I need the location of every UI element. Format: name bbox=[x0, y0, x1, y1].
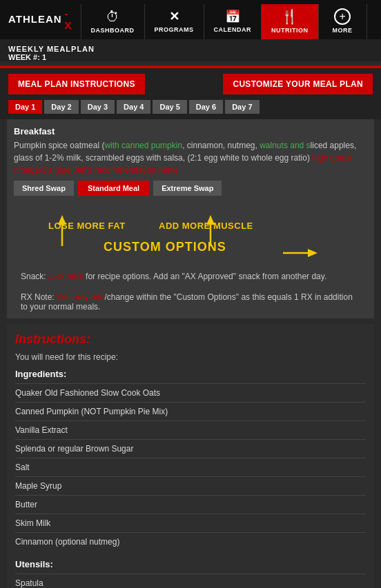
brand-name: ATHLEAN bbox=[8, 13, 62, 25]
annotation-custom-options: CUSTOM OPTIONS bbox=[104, 240, 226, 254]
meal-plan-instructions-button[interactable]: MEAL PLAN INSTRUCTIONS bbox=[8, 74, 145, 94]
swap-buttons: Shred Swap Standard Meal Extreme Swap bbox=[14, 181, 367, 196]
utensil-row: Spatula bbox=[15, 574, 366, 588]
standard-meal-button[interactable]: Standard Meal bbox=[78, 181, 149, 196]
nav-tab-more[interactable]: + MORE bbox=[319, 4, 367, 39]
day-tab-6[interactable]: Day 6 bbox=[189, 100, 223, 114]
instructions-subtitle: You will need for this recipe: bbox=[15, 352, 366, 362]
nav-label-dashboard: DASHBOARD bbox=[91, 27, 135, 34]
shred-swap-button[interactable]: Shred Swap bbox=[14, 181, 74, 196]
customize-meal-plan-button[interactable]: CUSTOMIZE YOUR MEAL PLAN bbox=[223, 74, 373, 94]
svg-marker-5 bbox=[308, 249, 318, 257]
nav-label-more: MORE bbox=[333, 27, 353, 34]
walnuts-link[interactable]: walnuts and s bbox=[260, 141, 310, 150]
week-number: WEEK #: 1 bbox=[8, 53, 373, 61]
annotation-add-muscle: ADD MORE MUSCLE bbox=[159, 221, 253, 231]
breakfast-card: Breakfast Pumpkin spice oatmeal (with ca… bbox=[7, 119, 374, 208]
nav-label-programs: PROGRAMS bbox=[155, 26, 194, 33]
day-tabs: Day 1 Day 2 Day 3 Day 4 Day 5 Day 6 Day … bbox=[0, 100, 381, 119]
day-tab-4[interactable]: Day 4 bbox=[117, 100, 150, 114]
canned-pumpkin-link[interactable]: with canned pumpkin bbox=[104, 141, 182, 150]
nav-tabs: ⏱ DASHBOARD ✕ PROGRAMS 📅 CALENDAR 🍴 NUTR… bbox=[81, 4, 381, 39]
nav-tab-dashboard[interactable]: ⏱ DASHBOARD bbox=[81, 4, 145, 39]
programs-icon: ✕ bbox=[169, 9, 179, 24]
main-content: WEEKLY MEALPLAN WEEK #: 1 MEAL PLAN INST… bbox=[0, 39, 381, 588]
desc-mid1: , cinnamon, nutmeg, bbox=[182, 141, 260, 150]
utensils-section: Utensils: Spatula bbox=[15, 559, 366, 588]
calendar-icon: 📅 bbox=[225, 9, 240, 24]
day-tab-3[interactable]: Day 3 bbox=[81, 100, 115, 114]
ingredient-row: Splenda or regular Brown Sugar bbox=[15, 439, 366, 458]
ingredients-title: Ingredients: bbox=[15, 369, 366, 379]
snack-link[interactable]: click here bbox=[48, 272, 84, 281]
day-tab-7[interactable]: Day 7 bbox=[225, 100, 259, 114]
rx-link[interactable]: You may add bbox=[57, 292, 105, 302]
ingredient-row: Maple Syrup bbox=[15, 476, 366, 495]
brand-dash: -X bbox=[65, 8, 72, 31]
desc-before: Pumpkin spice oatmeal ( bbox=[14, 141, 104, 150]
nav-label-nutrition: NUTRITION bbox=[271, 27, 309, 34]
weekly-label: WEEKLY MEALPLAN bbox=[8, 45, 373, 53]
instructions-title: Instructions: bbox=[15, 332, 366, 347]
desc-mid2: liced apples bbox=[311, 141, 354, 150]
annotation-lose-fat: LOSE MORE FAT bbox=[48, 221, 126, 231]
snack-text: Snack: click here for recipe options. Ad… bbox=[14, 267, 367, 281]
instructions-section: Instructions: You will need for this rec… bbox=[7, 324, 374, 588]
utensils-title: Utensils: bbox=[15, 559, 366, 569]
ingredient-row: Salt bbox=[15, 458, 366, 476]
day-tab-1[interactable]: Day 1 bbox=[8, 100, 42, 114]
more-icon: + bbox=[334, 8, 351, 25]
dashboard-icon: ⏱ bbox=[106, 9, 119, 25]
annotation-overlay: LOSE MORE FAT ADD MORE MUSCLE CUSTOM OPT… bbox=[7, 208, 374, 263]
meal-title: Breakfast bbox=[14, 126, 367, 136]
ingredient-row: Canned Pumpkin (NOT Pumpkin Pie Mix) bbox=[15, 402, 366, 420]
ingredient-row: Butter bbox=[15, 495, 366, 514]
nav-tab-calendar[interactable]: 📅 CALENDAR bbox=[204, 4, 262, 39]
ingredient-row: Quaker Old Fashioned Slow Cook Oats bbox=[15, 383, 366, 402]
action-buttons-row: MEAL PLAN INSTRUCTIONS CUSTOMIZE YOUR ME… bbox=[0, 68, 381, 100]
day-tab-2[interactable]: Day 2 bbox=[44, 100, 78, 114]
nav-tab-programs[interactable]: ✕ PROGRAMS bbox=[145, 4, 204, 39]
arrows-svg bbox=[7, 208, 374, 263]
meal-description: Pumpkin spice oatmeal (with canned pumpk… bbox=[14, 139, 367, 176]
extreme-swap-button[interactable]: Extreme Swap bbox=[153, 181, 222, 196]
nav-tab-help[interactable]: ? HELP bbox=[367, 4, 381, 39]
snack-section: Snack: click here for recipe options. Ad… bbox=[7, 263, 374, 285]
nav-tab-nutrition[interactable]: 🍴 NUTRITION bbox=[262, 4, 319, 39]
brand-logo: ATHLEAN-X bbox=[0, 8, 81, 37]
rx-section: RX Note: You may add/change within the "… bbox=[7, 285, 374, 318]
nutrition-icon: 🍴 bbox=[281, 8, 298, 25]
ingredient-row: Vanilla Extract bbox=[15, 420, 366, 439]
nav-label-calendar: CALENDAR bbox=[214, 26, 252, 33]
ingredient-row: Skim Milk bbox=[15, 514, 366, 532]
top-bar: ATHLEAN-X ⏱ DASHBOARD ✕ PROGRAMS 📅 CALEN… bbox=[0, 0, 381, 39]
day-tab-5[interactable]: Day 5 bbox=[153, 100, 186, 114]
ingredient-row: Cinnamon (optional nutmeg) bbox=[15, 532, 366, 551]
rx-text: RX Note: You may add/change within the "… bbox=[14, 290, 367, 314]
meal-plan-header: WEEKLY MEALPLAN WEEK #: 1 bbox=[0, 39, 381, 61]
